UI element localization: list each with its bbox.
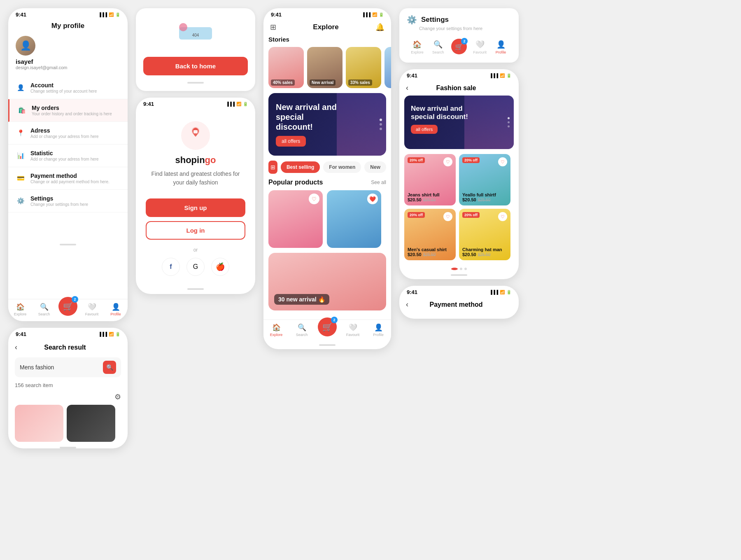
popular-card-2[interactable]: ❤️ xyxy=(327,190,381,248)
logo-icon xyxy=(186,125,205,146)
search-explore-label: Search xyxy=(296,333,308,337)
cart-button[interactable]: 🛒 2 xyxy=(58,297,77,316)
banner-figure xyxy=(337,93,386,156)
card-badge-1: 20% off xyxy=(408,157,425,163)
filter-best-selling[interactable]: Best selling xyxy=(281,161,320,173)
nav-favourit-profile[interactable]: 🤍 Favourit xyxy=(82,303,102,316)
bottom-nav-explore: 🏠 Explore 🔍 Search 🛒 2 🤍 Favourit 👤 Prof… xyxy=(263,320,391,342)
menu-settings[interactable]: ⚙️ Settings Change your settings from he… xyxy=(8,190,128,212)
card-fav-4[interactable]: ♡ xyxy=(498,212,507,221)
login-button[interactable]: Log in xyxy=(146,221,245,240)
splash-brand: shopingo xyxy=(175,155,216,166)
profile-tab-icon: 👤 xyxy=(112,303,120,311)
signal-icon-explore: ▐▐▐ xyxy=(362,12,370,17)
card-old-price-1: $25.50 xyxy=(423,198,436,202)
popular-header: Popular products See all xyxy=(268,179,386,186)
search-input[interactable] xyxy=(20,364,100,371)
payment-back-btn[interactable]: ‹ xyxy=(406,300,408,309)
search-bar[interactable]: 🔍 xyxy=(15,357,121,377)
fashion-card-3[interactable]: 20% off ♡ Men's casual shirt $20.50 $25.… xyxy=(404,209,456,260)
time-search: 9:41 xyxy=(16,331,26,337)
battery-icon-search: 🔋 xyxy=(115,332,120,336)
card-fav-2[interactable]: ♡ xyxy=(498,157,507,166)
fashion-banner-btn[interactable]: all offers xyxy=(411,125,438,134)
favourit-label: Favourit xyxy=(85,312,99,316)
product-card-sm-2[interactable] xyxy=(67,405,115,442)
orders-sublabel: Your order history and order tracking is… xyxy=(32,112,120,116)
cart-explore-btn[interactable]: 🛒 2 xyxy=(318,317,337,336)
card-price-row-2: $20.50 $25.50 xyxy=(462,197,507,202)
card-fav-1[interactable]: ♡ xyxy=(443,157,452,166)
settings-label: Settings xyxy=(30,195,120,202)
settings-cart-btn[interactable]: 🛒 2 xyxy=(451,39,467,54)
wifi-icon: 📶 xyxy=(109,12,114,17)
story-3[interactable]: 33% sales xyxy=(346,47,381,88)
settings-explore-label: Explore xyxy=(411,50,424,54)
grid-filter-btn[interactable]: ⊞ xyxy=(268,161,277,174)
status-icons-splash: ▐▐▐ 📶 🔋 xyxy=(226,102,248,106)
nav-explore-tab[interactable]: 🏠 Explore xyxy=(266,323,287,337)
filter-new[interactable]: New xyxy=(364,161,386,173)
settings-nav-explore[interactable]: 🏠 Explore xyxy=(407,40,427,54)
menu-orders[interactable]: 🛍️ My orders Your order history and orde… xyxy=(8,99,128,122)
nav-search-profile[interactable]: 🔍 Search xyxy=(34,303,54,316)
popular-card-1[interactable]: ♡ xyxy=(268,190,323,248)
search-submit-btn[interactable]: 🔍 xyxy=(103,361,116,374)
story-1[interactable]: 40% sales xyxy=(268,47,304,88)
status-icons-payment: ▐▐▐ 📶 🔋 xyxy=(489,290,511,294)
product-card-sm-1[interactable] xyxy=(15,405,63,442)
see-all-btn[interactable]: See all xyxy=(371,180,386,185)
settings-nav-search[interactable]: 🔍 Search xyxy=(428,40,448,54)
splash-tagline: Find latest and greatest clothes for you… xyxy=(146,170,245,187)
search-back-btn[interactable]: ‹ xyxy=(15,343,17,352)
phone-profile: 9:41 ▐▐▐ 📶 🔋 My profile 👤 isayef design.… xyxy=(8,8,128,321)
menu-payment[interactable]: 💳 Payment method Change or add payment m… xyxy=(8,167,128,190)
settings-nav-profile[interactable]: 👤 Profile xyxy=(491,40,511,54)
nav-profile-explore[interactable]: 👤 Profile xyxy=(368,323,389,337)
filter-for-women[interactable]: For women xyxy=(323,161,361,173)
fashion-card-2[interactable]: 20% off ♡ Yeallo full shirtf $20.50 $25.… xyxy=(459,154,510,205)
big-banner-section: 30 new arrival 🔥 xyxy=(263,253,391,315)
signal-icon-splash: ▐▐▐ xyxy=(226,102,235,106)
search-result-title: Search result xyxy=(22,344,108,351)
fav-btn-1[interactable]: ♡ xyxy=(309,194,319,204)
google-btn[interactable]: G xyxy=(186,258,205,276)
signup-button[interactable]: Sign up xyxy=(146,198,245,217)
nav-cart-explore[interactable]: 🛒 2 xyxy=(317,324,338,336)
fashion-back-btn[interactable]: ‹ xyxy=(406,84,408,92)
nav-favourit-explore[interactable]: 🤍 Favourit xyxy=(343,323,363,337)
filter-icon[interactable]: ⚙ xyxy=(114,392,121,401)
big-banner-label: 30 new arrival 🔥 xyxy=(274,294,329,305)
splash-body: shopingo Find latest and greatest clothe… xyxy=(136,109,255,286)
status-bar-payment: 9:41 ▐▐▐ 📶 🔋 xyxy=(399,286,519,297)
menu-statistic[interactable]: 📊 Statistic Add or change your adress fr… xyxy=(8,145,128,167)
svg-rect-4 xyxy=(193,130,198,133)
cart-explore-badge: 2 xyxy=(331,317,338,323)
fashion-card-4[interactable]: 20% off ♡ Charming hat man $20.50 $25.50 xyxy=(459,209,510,260)
story-2[interactable]: New arrival xyxy=(307,47,343,88)
menu-address[interactable]: 📍 Adress Add or change your adress from … xyxy=(8,122,128,145)
banner-offers-btn[interactable]: all offers xyxy=(276,136,306,147)
nav-search-explore[interactable]: 🔍 Search xyxy=(291,323,312,337)
card-info-2: Yeallo full shirtf $20.50 $25.50 xyxy=(462,192,507,202)
product-grid-small xyxy=(8,405,128,442)
fav-btn-2[interactable]: ❤️ xyxy=(367,194,378,204)
payment-label: Payment method xyxy=(30,173,120,179)
menu-account[interactable]: 👤 Account Change setting of your account… xyxy=(8,77,128,99)
settings-nav-favourit[interactable]: 🤍 Favourit xyxy=(470,40,490,54)
profile-explore-label: Profile xyxy=(373,333,384,337)
fashion-card-1[interactable]: 20% off ♡ Jeans shirt full $20.50 $25.50 xyxy=(404,154,456,205)
card-old-price-4: $25.50 xyxy=(478,252,491,257)
back-home-button[interactable]: Back to home xyxy=(143,57,248,75)
story-4[interactable] xyxy=(384,47,391,88)
search-count: 156 search item xyxy=(8,380,128,392)
nav-profile-tab[interactable]: 👤 Profile xyxy=(105,303,126,316)
apple-btn[interactable]: 🍎 xyxy=(211,258,229,276)
nav-cart-profile[interactable]: 🛒 2 xyxy=(58,303,78,316)
settings-nav-cart[interactable]: 🛒 2 xyxy=(449,43,469,54)
card-fav-3[interactable]: ♡ xyxy=(443,212,452,221)
status-bar-splash: 9:41 ▐▐▐ 📶 🔋 xyxy=(136,98,255,109)
nav-explore-profile[interactable]: 🏠 Explore xyxy=(10,303,30,316)
settings-profile-label: Profile xyxy=(496,50,506,54)
facebook-btn[interactable]: f xyxy=(162,258,180,276)
